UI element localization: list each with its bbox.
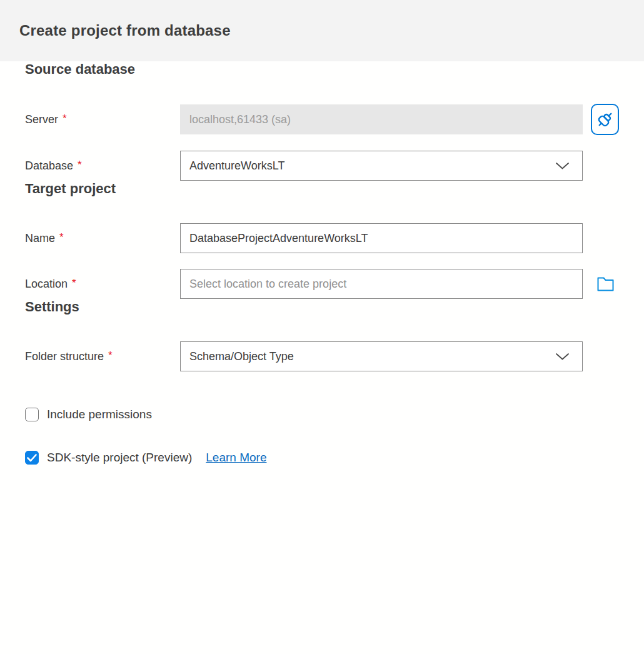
name-row: Name* — [25, 223, 619, 253]
database-dropdown[interactable]: AdventureWorksLT — [180, 151, 583, 181]
learn-more-link[interactable]: Learn More — [206, 451, 266, 465]
name-label: Name* — [25, 232, 180, 245]
folder-structure-dropdown[interactable]: Schema/Object Type — [180, 341, 583, 371]
folder-structure-row: Folder structure* Schema/Object Type — [25, 341, 619, 371]
dialog-header: Create project from database — [0, 0, 644, 61]
section-heading-target-project: Target project — [25, 181, 619, 197]
chevron-down-icon — [555, 353, 570, 361]
location-input[interactable] — [180, 269, 583, 299]
database-row: Database* AdventureWorksLT — [25, 151, 619, 181]
location-label: Location* — [25, 278, 180, 291]
folder-structure-dropdown-value: Schema/Object Type — [189, 350, 294, 363]
required-marker: * — [78, 159, 82, 171]
required-marker: * — [63, 113, 67, 124]
include-permissions-row: Include permissions — [25, 408, 619, 421]
include-permissions-checkbox[interactable] — [25, 408, 39, 421]
server-label: Server* — [25, 113, 180, 126]
include-permissions-label: Include permissions — [47, 408, 152, 421]
location-row: Location* — [25, 269, 619, 299]
project-name-input[interactable] — [180, 223, 583, 253]
sdk-style-checkbox[interactable] — [25, 451, 39, 465]
required-marker: * — [72, 277, 76, 289]
chevron-down-icon — [555, 162, 570, 170]
server-input — [180, 104, 583, 134]
connect-button[interactable] — [591, 104, 619, 135]
sdk-style-row: SDK-style project (Preview) Learn More — [25, 451, 619, 465]
section-heading-source-database: Source database — [25, 61, 619, 78]
dialog-title: Create project from database — [19, 22, 231, 39]
plug-icon — [596, 110, 615, 129]
dialog-body: Source database Server* Datab — [0, 61, 644, 465]
folder-icon — [597, 277, 614, 291]
server-row: Server* — [25, 104, 619, 135]
section-heading-settings: Settings — [25, 299, 619, 315]
check-icon — [27, 454, 37, 462]
browse-location-button[interactable] — [597, 277, 614, 291]
required-marker: * — [59, 231, 64, 243]
database-label: Database* — [25, 159, 180, 173]
required-marker: * — [108, 350, 113, 361]
folder-structure-label: Folder structure* — [25, 350, 180, 363]
database-dropdown-value: AdventureWorksLT — [189, 159, 284, 173]
sdk-style-label: SDK-style project (Preview) — [47, 451, 192, 465]
